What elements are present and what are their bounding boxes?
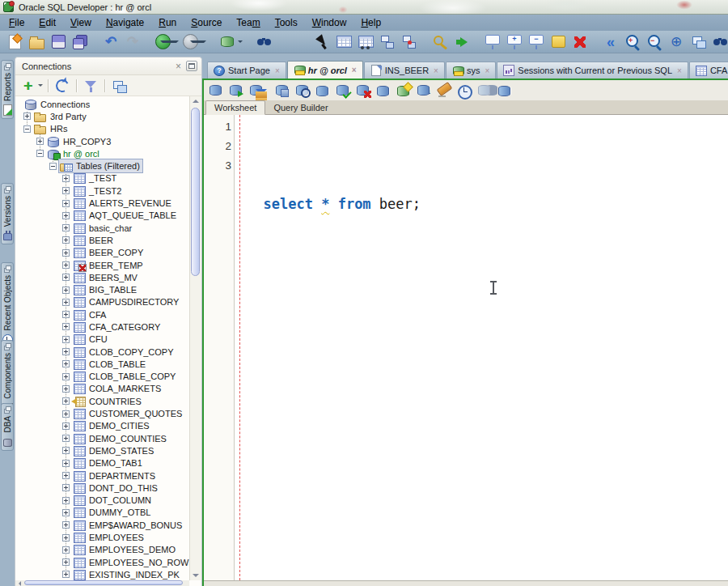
undo[interactable]: ↶: [101, 32, 121, 52]
expand-toggle-icon[interactable]: [62, 472, 70, 479]
diagram-sync[interactable]: [400, 32, 419, 52]
back[interactable]: [154, 32, 179, 52]
close-tab-button[interactable]: ×: [677, 66, 682, 75]
run[interactable]: [452, 32, 472, 52]
find-db-object[interactable]: [710, 32, 728, 52]
tree-row[interactable]: AQT_QUEUE_TABLE: [15, 210, 201, 222]
menu-item[interactable]: Tools: [268, 15, 305, 31]
tree-row[interactable]: BEER: [15, 234, 201, 246]
tree-row[interactable]: DEPARTMENTS: [15, 469, 201, 482]
menu-item[interactable]: View: [63, 15, 99, 31]
editor-tab[interactable]: sys ×: [446, 62, 496, 79]
explain-plan[interactable]: [273, 82, 292, 100]
tree-row[interactable]: BIG_TABLE: [15, 283, 201, 295]
scroll-up-arrow[interactable]: [190, 96, 201, 106]
expand-toggle-icon[interactable]: [62, 521, 70, 529]
tree-row[interactable]: hr @ orcl: [15, 147, 201, 159]
side-tab[interactable]: Reports: [1, 60, 14, 119]
diagram[interactable]: [378, 32, 397, 52]
terminate[interactable]: [570, 32, 590, 52]
note[interactable]: [548, 32, 568, 52]
editor-tab[interactable]: CFA ×: [689, 62, 728, 79]
tree-row[interactable]: CAMPUSDIRECTORY: [15, 296, 201, 308]
tree-row[interactable]: DONT_DO_THIS: [15, 482, 201, 494]
expand-toggle-icon[interactable]: [62, 534, 70, 541]
expand-toggle-icon[interactable]: [62, 460, 70, 467]
change-case[interactable]: Aa: [415, 82, 434, 100]
clear[interactable]: [435, 82, 454, 100]
tree-row[interactable]: basic_char: [15, 222, 201, 234]
board-add[interactable]: +: [505, 32, 524, 52]
expand-toggle-icon[interactable]: [62, 509, 70, 516]
collapse-all[interactable]: [109, 77, 129, 95]
code-line[interactable]: select * from beer;: [247, 155, 421, 175]
expand-toggle-icon[interactable]: [23, 113, 31, 120]
tree-row[interactable]: ALERTS_REVENUE: [15, 197, 201, 209]
zoom-out[interactable]: −: [645, 32, 664, 52]
tree-horizontal-scrollbar[interactable]: [15, 580, 189, 586]
tree-row[interactable]: CFU: [15, 333, 201, 346]
tree-row[interactable]: CLOB_COPY_COPY: [15, 346, 201, 358]
tree-row[interactable]: DUMMY_OTBL: [15, 507, 201, 519]
sql-tuning[interactable]: [294, 82, 312, 100]
expand-toggle-icon[interactable]: [36, 138, 44, 145]
tree-vertical-scrollbar[interactable]: [189, 96, 201, 580]
commit[interactable]: [334, 82, 353, 100]
tree-row[interactable]: 3rd Party: [15, 110, 201, 122]
tree-row[interactable]: COUNTRIES: [15, 395, 201, 407]
menu-item[interactable]: Navigate: [99, 15, 151, 31]
save-all[interactable]: [70, 32, 90, 52]
menu-item[interactable]: Window: [305, 15, 354, 31]
new-connection[interactable]: [218, 32, 243, 52]
tree-row[interactable]: CFA_CATEGORY: [15, 321, 201, 333]
menu-item[interactable]: Team: [229, 15, 267, 31]
expand-toggle-icon[interactable]: [62, 212, 70, 219]
forward[interactable]: [181, 32, 206, 52]
tree-row[interactable]: COLA_MARKETS: [15, 383, 201, 395]
editor-tab[interactable]: Sessions with Current or Previous SQL ×: [497, 62, 688, 79]
expand-toggle-icon[interactable]: [62, 385, 70, 393]
expand-toggle-icon[interactable]: [62, 484, 70, 491]
expand-toggle-icon[interactable]: [62, 274, 70, 281]
board-remove[interactable]: −: [527, 32, 546, 52]
expand-toggle-icon[interactable]: [62, 447, 70, 454]
close-panel-button[interactable]: ×: [171, 61, 186, 72]
run-statement[interactable]: [207, 82, 226, 100]
find-disabled[interactable]: [476, 82, 494, 100]
tree-row[interactable]: EMP$AWARD_BONUS: [15, 519, 201, 531]
expand-toggle-icon[interactable]: [62, 397, 70, 405]
tree-row[interactable]: Connections: [15, 98, 201, 110]
pin-view[interactable]: [356, 32, 375, 52]
tree-row[interactable]: DEMO_COUNTIES: [15, 432, 201, 444]
tree-row[interactable]: Tables (Filtered): [15, 159, 201, 172]
expand-toggle-icon[interactable]: [62, 360, 70, 367]
menu-item[interactable]: Source: [184, 15, 229, 31]
tree-row[interactable]: CLOB_TABLE_COPY: [15, 371, 201, 383]
run-script[interactable]: [227, 82, 246, 100]
redo[interactable]: ↷: [123, 32, 142, 52]
cascade-windows[interactable]: [688, 32, 708, 52]
horizontal-scroll-thumb[interactable]: [24, 580, 183, 585]
sql-history[interactable]: [455, 82, 474, 100]
tree-row[interactable]: BEER_TEMP: [15, 259, 201, 271]
tree-row[interactable]: _TEST: [15, 172, 201, 185]
expand-toggle-icon[interactable]: [62, 287, 70, 294]
expand-toggle-icon[interactable]: [62, 348, 70, 355]
tree-row[interactable]: DEMO_TAB1: [15, 457, 201, 469]
filter[interactable]: [81, 77, 100, 95]
tree-row[interactable]: CFA: [15, 308, 201, 321]
expand-toggle-icon[interactable]: [62, 336, 70, 343]
board[interactable]: [483, 32, 502, 52]
zoom-in[interactable]: +: [623, 32, 642, 52]
tree-row[interactable]: DEMO_STATES: [15, 444, 201, 456]
worksheet-subtab[interactable]: Query Builder: [265, 101, 336, 114]
rollback[interactable]: [354, 82, 373, 100]
select-pointer[interactable]: [312, 32, 332, 52]
editor-tab[interactable]: hr @ orcl ×: [287, 61, 363, 79]
side-tab[interactable]: DBA: [1, 403, 14, 451]
minimize-panel-button[interactable]: [186, 61, 197, 71]
close-tab-button[interactable]: ×: [275, 66, 280, 75]
refresh[interactable]: [53, 77, 72, 95]
close-tab-button[interactable]: ×: [434, 66, 438, 75]
expand-toggle-icon[interactable]: [62, 175, 70, 182]
